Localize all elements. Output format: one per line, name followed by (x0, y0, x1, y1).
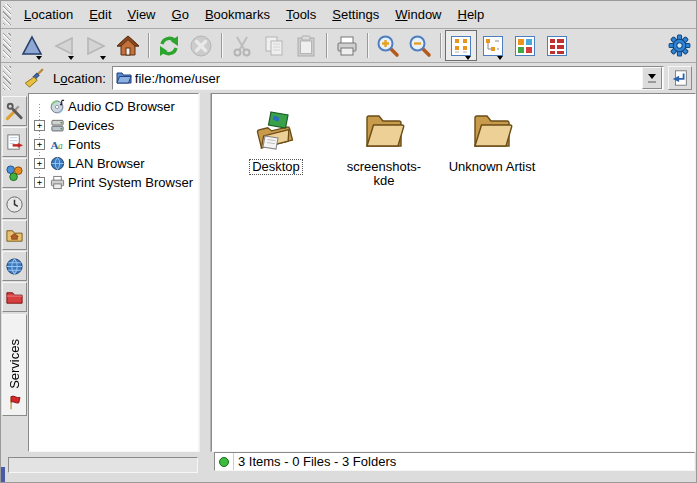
zoom-in-icon (376, 34, 400, 58)
main-area: Services Audio CD Browser+Devices+AaFont… (1, 93, 696, 452)
location-combobox[interactable]: file:/home/user (112, 66, 664, 90)
file-item-unknown-artist[interactable]: Unknown Artist (442, 106, 542, 174)
reload-icon (157, 34, 181, 58)
sidebar-status-area (8, 457, 198, 473)
print-icon (335, 34, 359, 58)
tree-item-lan-browser[interactable]: +LAN Browser (29, 154, 198, 173)
expand-plus-icon[interactable]: + (33, 120, 46, 131)
menu-settings[interactable]: Settings (324, 4, 387, 25)
sidebar-tab-configure[interactable] (2, 96, 27, 126)
broom-icon (23, 67, 45, 89)
tree-item-devices[interactable]: +Devices (29, 116, 198, 135)
folder-icon (468, 106, 516, 157)
sidebar-tab-bookmarks[interactable] (2, 127, 27, 157)
tree-item-audio-cd-browser[interactable]: Audio CD Browser (29, 97, 198, 116)
folder-icon-view[interactable]: Desktopscreenshots-kdeUnknown Artist (211, 93, 696, 452)
copy-icon (262, 34, 286, 58)
dropdown-indicator (36, 56, 42, 60)
dropdown-indicator (465, 56, 471, 60)
toolbar-separator (221, 33, 222, 58)
folder-icon (360, 106, 408, 157)
toolbar-separator (367, 33, 368, 58)
zoom-out-button[interactable] (404, 30, 436, 61)
doc-arrow-tab-icon (5, 133, 24, 152)
sidebar-tab-network[interactable] (2, 251, 27, 281)
svg-text:a: a (57, 141, 62, 151)
cut-icon (230, 34, 254, 58)
reload-button[interactable] (153, 30, 185, 61)
home-button[interactable] (112, 30, 144, 61)
menu-bookmarks[interactable]: Bookmarks (197, 4, 278, 25)
location-toolbar: Location: file:/home/user (1, 63, 696, 94)
status-bar: 3 Items - 0 Files - 3 Folders (214, 452, 695, 471)
back-button[interactable] (48, 30, 80, 61)
multicolumn-view-button[interactable] (509, 30, 541, 61)
tree-view-button[interactable] (477, 30, 509, 61)
location-label: Location: (51, 71, 108, 86)
paste-button[interactable] (290, 30, 322, 61)
expand-plus-icon[interactable]: + (33, 177, 46, 188)
toolbar-separator (440, 33, 441, 58)
clear-location-button[interactable] (20, 65, 47, 91)
go-button[interactable] (668, 66, 692, 90)
sidebar-tab-applications[interactable] (2, 158, 27, 188)
detailed-list-view-button[interactable] (541, 30, 573, 61)
desktop-folder-icon (252, 106, 300, 157)
location-toolbar-handle[interactable] (3, 66, 11, 89)
globe-tab-icon (5, 257, 24, 276)
panel-splitter[interactable] (199, 93, 211, 452)
sidebar-tab-home-directory[interactable] (2, 220, 27, 250)
expand-plus-icon[interactable]: + (33, 158, 46, 169)
menu-bar: LocationEditViewGoBookmarksToolsSettings… (1, 1, 696, 29)
stop-button[interactable] (185, 30, 217, 61)
status-led-cell (215, 453, 234, 470)
toolbar-handle[interactable] (3, 33, 11, 59)
expand-plus-icon[interactable]: + (33, 139, 46, 150)
file-item-desktop[interactable]: Desktop (226, 106, 326, 174)
dropdown-indicator (100, 56, 106, 60)
menu-help[interactable]: Help (450, 4, 493, 25)
menu-go[interactable]: Go (164, 4, 197, 25)
toolbar-buttons (16, 30, 573, 61)
kde-logo-button[interactable] (664, 31, 694, 60)
copy-button[interactable] (258, 30, 290, 61)
up-arrow-icon (20, 34, 44, 58)
cut-button[interactable] (226, 30, 258, 61)
sidebar-tab-root-folder[interactable] (2, 282, 27, 312)
file-item-label: Unknown Artist (447, 160, 538, 174)
print-button[interactable] (331, 30, 363, 61)
up-button[interactable] (16, 30, 48, 61)
tree-item-label: Fonts (68, 137, 101, 152)
toolbar-separator (326, 33, 327, 58)
fonts-icon: Aa (48, 137, 66, 152)
forward-arrow-icon (84, 34, 108, 58)
sidebar-tab-history[interactable] (2, 189, 27, 219)
tree-item-fonts[interactable]: +AaFonts (29, 135, 198, 154)
sidebar-tab-services[interactable]: Services (2, 314, 27, 416)
menu-edit[interactable]: Edit (81, 4, 119, 25)
file-item-label: Desktop (250, 160, 302, 174)
balls-tab-icon (5, 164, 24, 183)
red-folder-tab-icon (5, 288, 24, 307)
stop-icon (189, 34, 213, 58)
tree-item-print-system-browser[interactable]: +Print System Browser (29, 173, 198, 192)
lan-globe-icon (48, 156, 66, 171)
icon-view-button[interactable] (445, 30, 477, 61)
menu-window[interactable]: Window (387, 4, 449, 25)
location-dropdown-button[interactable] (642, 67, 662, 89)
bottom-left-accent (1, 467, 5, 482)
file-item-label: screenshots-kde (335, 160, 433, 188)
main-toolbar (1, 29, 696, 63)
menu-location[interactable]: Location (16, 4, 81, 25)
forward-button[interactable] (80, 30, 112, 61)
menu-bar-items: LocationEditViewGoBookmarksToolsSettings… (16, 4, 492, 25)
file-item-screenshots-kde[interactable]: screenshots-kde (334, 106, 434, 188)
kde-gear-icon (667, 33, 692, 58)
menubar-handle[interactable] (3, 4, 11, 25)
menu-tools[interactable]: Tools (278, 4, 324, 25)
detailed-view-icon (545, 34, 569, 58)
zoom-out-icon (408, 34, 432, 58)
zoom-in-button[interactable] (372, 30, 404, 61)
menu-view[interactable]: View (120, 4, 164, 25)
location-input[interactable]: file:/home/user (135, 71, 642, 86)
